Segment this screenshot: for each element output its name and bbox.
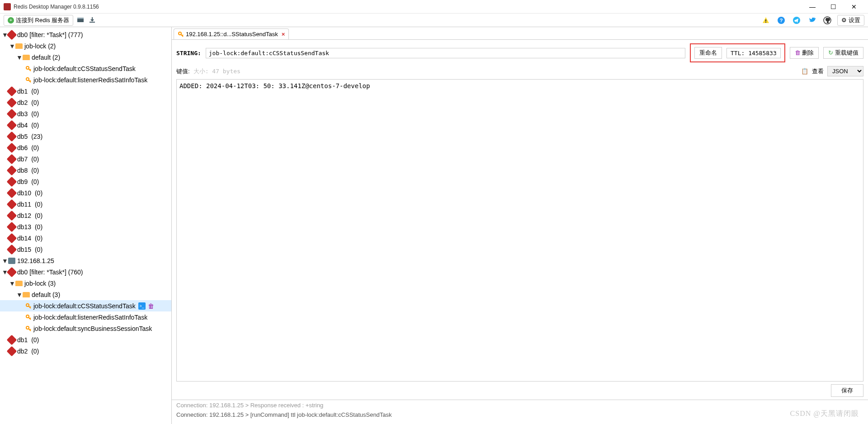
console-icon[interactable]: >_: [138, 302, 146, 310]
main-area: ▼ db0 [filter: *Task*] (777) ▼ job-lock …: [0, 27, 868, 424]
gear-icon: ⚙: [841, 17, 847, 24]
tree-db[interactable]: ▼db13 (0): [0, 221, 171, 232]
connect-button[interactable]: + 连接到 Redis 服务器: [4, 15, 73, 26]
tree-db0[interactable]: ▼ db0 [filter: *Task*] (777): [0, 29, 171, 40]
tree-db[interactable]: ▼db14 (0): [0, 232, 171, 244]
tree-db[interactable]: ▼db3 (0): [0, 108, 171, 119]
toolbar-right-icons: ?: [761, 16, 835, 25]
twitter-icon[interactable]: [807, 16, 816, 25]
svg-rect-1: [77, 18, 84, 19]
view-label: 查看: [812, 67, 824, 75]
sidebar-tree[interactable]: ▼ db0 [filter: *Task*] (777) ▼ job-lock …: [0, 27, 172, 424]
tree-db[interactable]: ▼db8 (0): [0, 165, 171, 176]
log-line: Connection: 192.168.1.25 > Response rece…: [176, 402, 863, 409]
warning-icon[interactable]: [761, 16, 770, 25]
svg-rect-2: [765, 19, 766, 21]
tree-server[interactable]: ▼ 192.168.1.25: [0, 255, 171, 266]
folder-count: (3): [52, 291, 60, 298]
github-icon[interactable]: [823, 16, 832, 25]
tree-key[interactable]: job-lock:default:cCSStatusSendTask: [0, 63, 171, 74]
tab-close-icon[interactable]: ×: [282, 31, 285, 38]
window-controls: — ☐ ✕: [802, 0, 864, 14]
reload-button[interactable]: ↻ 重载键值: [823, 47, 863, 59]
tree-db[interactable]: ▼db6 (0): [0, 142, 171, 153]
delete-key-icon[interactable]: 🗑: [147, 302, 155, 310]
tree-folder-default[interactable]: ▼ default (2): [0, 52, 171, 63]
db-label: db0: [17, 31, 28, 38]
tree-db0-2[interactable]: ▼ db0 [filter: *Task*] (760): [0, 266, 171, 278]
tree-key-selected[interactable]: job-lock:default:cCSStatusSendTask >_ 🗑: [0, 300, 171, 311]
value-header: 键值: 大小: 47 bytes 📋 查看 JSON: [172, 66, 868, 79]
key-name-input[interactable]: [206, 48, 685, 58]
tree-db[interactable]: ▼db15 (0): [0, 244, 171, 255]
db-filter: [filter: *Task*]: [29, 269, 66, 276]
tree-db[interactable]: ▼db9 (0): [0, 176, 171, 187]
tree-db[interactable]: ▼db1 (0): [0, 334, 171, 345]
key-label: job-lock:default:listenerRedisSatInfoTas…: [33, 314, 147, 321]
server-label: 192.168.1.25: [17, 257, 54, 264]
key-icon: [25, 303, 32, 309]
import-icon[interactable]: [76, 16, 85, 25]
folder-count: (2): [48, 42, 56, 50]
tree-db[interactable]: ▼db2 (0): [0, 97, 171, 108]
connect-label: 连接到 Redis 服务器: [16, 16, 69, 24]
maximize-button[interactable]: ☐: [823, 0, 844, 14]
titlebar: Redis Desktop Manager 0.9.8.1156 — ☐ ✕: [0, 0, 868, 14]
tree-folder-joblock[interactable]: ▼ job-lock (2): [0, 40, 171, 52]
tree-db[interactable]: ▼db5 (23): [0, 131, 171, 142]
key-label: job-lock:default:cCSStatusSendTask: [33, 302, 136, 310]
folder-label: job-lock: [24, 280, 46, 287]
plus-icon: +: [8, 17, 14, 24]
minimize-button[interactable]: —: [802, 0, 823, 14]
tab-label: 192.168.1.25::d...SStatusSendTask: [186, 31, 278, 38]
folder-count: (2): [52, 54, 60, 61]
delete-button[interactable]: 🗑 删除: [790, 47, 819, 59]
value-type: STRING:: [176, 50, 201, 57]
format-select[interactable]: JSON: [827, 66, 863, 76]
tree-db[interactable]: ▼db4 (0): [0, 119, 171, 131]
tree-folder-joblock-2[interactable]: ▼ job-lock (3): [0, 278, 171, 289]
help-icon[interactable]: ?: [777, 16, 786, 25]
tree-db[interactable]: ▼db11 (0): [0, 198, 171, 210]
svg-text:?: ?: [780, 18, 783, 23]
key-icon: [25, 66, 32, 72]
key-label: job-lock:default:syncBusinessSessionTask: [33, 325, 152, 332]
value-textarea[interactable]: ADDED: 2024-04-12T03: 50: 33.141Z@centos…: [176, 79, 863, 382]
size-hint: 大小: 47 bytes: [193, 67, 241, 75]
settings-label: 设置: [849, 16, 860, 24]
content-pane: 192.168.1.25::d...SStatusSendTask × STRI…: [172, 27, 868, 424]
reload-label: 重载键值: [835, 49, 859, 56]
active-tab[interactable]: 192.168.1.25::d...SStatusSendTask ×: [174, 28, 289, 39]
tree-folder-default-2[interactable]: ▼ default (3): [0, 289, 171, 300]
tree-db[interactable]: ▼db2 (0): [0, 345, 171, 357]
reload-icon: ↻: [828, 49, 833, 56]
db-label: db0: [17, 269, 28, 276]
copy-icon[interactable]: 📋: [801, 68, 808, 75]
tree-key[interactable]: job-lock:default:listenerRedisSatInfoTas…: [0, 311, 171, 323]
tree-db[interactable]: ▼db12 (0): [0, 210, 171, 221]
trash-icon: 🗑: [795, 49, 801, 56]
folder-count: (3): [48, 280, 56, 287]
tree-db[interactable]: ▼db1 (0): [0, 85, 171, 97]
db-count: (777): [68, 31, 83, 38]
tree-key[interactable]: job-lock:default:syncBusinessSessionTask: [0, 323, 171, 334]
app-icon: [4, 3, 11, 10]
folder-label: job-lock: [24, 42, 46, 50]
save-button[interactable]: 保存: [831, 384, 863, 397]
tree-key[interactable]: job-lock:default:listenerRedisSatInfoTas…: [0, 74, 171, 85]
delete-label: 删除: [802, 49, 814, 56]
export-icon[interactable]: [88, 16, 97, 25]
highlight-box: 重命名 TTL: 14585833: [690, 43, 785, 62]
db-count: (760): [68, 269, 83, 276]
close-button[interactable]: ✕: [844, 0, 864, 14]
tree-db[interactable]: ▼db10 (0): [0, 187, 171, 198]
key-label: job-lock:default:cCSStatusSendTask: [33, 65, 136, 72]
app-title: Redis Desktop Manager 0.9.8.1156: [14, 4, 802, 10]
ttl-field[interactable]: TTL: 14585833: [726, 48, 781, 58]
settings-button[interactable]: ⚙ 设置: [837, 15, 864, 26]
log-line: Connection: 192.168.1.25 > [runCommand] …: [176, 411, 863, 418]
folder-label: default: [32, 54, 51, 61]
tree-db[interactable]: ▼db7 (0): [0, 153, 171, 165]
telegram-icon[interactable]: [792, 16, 801, 25]
rename-button[interactable]: 重命名: [694, 47, 722, 59]
